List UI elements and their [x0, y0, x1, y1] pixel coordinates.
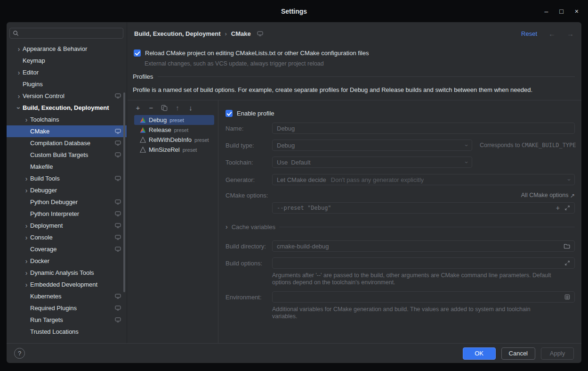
- reset-link[interactable]: Reset: [521, 30, 537, 37]
- expand-icon[interactable]: [564, 260, 570, 266]
- profile-list-item-release[interactable]: Release preset: [134, 125, 214, 135]
- build-directory-value: cmake-build-debug: [277, 243, 329, 250]
- expand-icon[interactable]: [564, 205, 570, 211]
- sidebar-item-toolchains[interactable]: ›Toolchains: [7, 114, 127, 125]
- sidebar-item-kubernetes[interactable]: Kubernetes: [7, 290, 127, 302]
- monitor-icon: [115, 223, 121, 228]
- section-divider: [158, 76, 575, 77]
- variables-list-icon[interactable]: [564, 294, 570, 300]
- monitor-icon: [115, 211, 121, 216]
- all-cmake-options-link[interactable]: All CMake options↗: [521, 192, 575, 199]
- add-profile-button[interactable]: +: [134, 104, 142, 112]
- sidebar-item-build-execution-deployment[interactable]: ›Build, Execution, Deployment: [7, 102, 127, 114]
- monitor-icon: [115, 199, 121, 205]
- enable-profile-checkbox[interactable]: [226, 110, 233, 117]
- profiles-description: Profile is a named set of build options.…: [133, 86, 532, 93]
- move-up-button[interactable]: ↑: [174, 104, 181, 112]
- sidebar-item-custom-build-targets[interactable]: Custom Build Targets: [7, 149, 127, 161]
- copy-profile-button[interactable]: [161, 104, 168, 112]
- build-directory-label: Build directory:: [226, 243, 272, 250]
- sidebar-item-label: Coverage: [30, 246, 56, 253]
- sidebar-item-run-targets[interactable]: Run Targets: [7, 314, 127, 326]
- toolchain-select[interactable]: Use Default ›: [272, 157, 472, 168]
- generator-row: Generator: Let CMake decide Don't pass a…: [226, 174, 575, 185]
- breadcrumb-segment[interactable]: Build, Execution, Deployment: [134, 30, 220, 37]
- apply-button[interactable]: Apply: [541, 347, 574, 360]
- sidebar-item-label: Docker: [30, 257, 49, 264]
- cancel-button[interactable]: Cancel: [501, 347, 535, 360]
- profile-list-item-debug[interactable]: Debug preset: [134, 115, 214, 125]
- sidebar-item-label: Build, Execution, Deployment: [23, 104, 109, 111]
- profiles-panel: + − ↑ ↓ Debug preset Release pres: [128, 100, 581, 343]
- monitor-icon: [115, 294, 121, 299]
- cmake-build-type-code: CMAKE_BUILD_TYPE: [522, 142, 576, 148]
- remove-profile-button[interactable]: −: [147, 104, 155, 112]
- monitor-icon: [115, 247, 121, 252]
- cmake-options-field[interactable]: --preset "Debug" +: [272, 202, 575, 214]
- sidebar-item-compilation-database[interactable]: Compilation Database: [7, 137, 127, 149]
- close-icon[interactable]: ×: [575, 8, 579, 15]
- profiles-title: Profiles: [133, 73, 153, 80]
- sidebar-item-python-interpreter[interactable]: Python Interpreter: [7, 208, 127, 220]
- section-divider: [279, 227, 575, 227]
- search-input[interactable]: [21, 30, 120, 37]
- cache-variables-section[interactable]: › Cache variables: [226, 223, 575, 231]
- cmake-options-label: CMake options:: [226, 192, 268, 199]
- sidebar-item-console[interactable]: ›Console: [7, 231, 127, 243]
- build-directory-field[interactable]: cmake-build-debug: [272, 240, 575, 252]
- environment-row: Environment:: [226, 291, 575, 303]
- chevron-right-icon: ›: [23, 234, 30, 241]
- settings-search-box[interactable]: [9, 28, 123, 39]
- profile-list-item-relwithdebinfo[interactable]: RelWithDebInfo preset: [134, 135, 214, 145]
- profile-form: Enable profile Name: Debug Build type: D…: [219, 100, 581, 343]
- sidebar-item-coverage[interactable]: Coverage: [7, 243, 127, 255]
- help-button[interactable]: ?: [14, 348, 25, 359]
- sidebar-item-python-debugger[interactable]: Python Debugger: [7, 196, 127, 208]
- sidebar-item-build-tools[interactable]: ›Build Tools: [7, 173, 127, 184]
- cmake-profile-icon-gray: [140, 147, 146, 153]
- minimize-icon[interactable]: –: [545, 8, 548, 15]
- dialog-footer: ? OK Cancel Apply: [7, 343, 581, 363]
- reload-cmake-checkbox[interactable]: [134, 49, 141, 57]
- back-icon[interactable]: ←: [548, 30, 556, 38]
- move-down-button[interactable]: ↓: [187, 104, 194, 112]
- build-options-field[interactable]: [272, 257, 575, 269]
- sidebar-item-debugger[interactable]: ›Debugger: [7, 184, 127, 196]
- breadcrumb: Build, Execution, Deployment › CMake: [134, 30, 263, 37]
- chevron-down-icon: ›: [466, 142, 467, 149]
- monitor-icon: [115, 176, 121, 181]
- window-controls: – □ ×: [545, 0, 579, 22]
- maximize-icon[interactable]: □: [559, 8, 563, 15]
- monitor-icon: [115, 140, 121, 146]
- name-field[interactable]: Debug: [272, 123, 575, 134]
- sidebar-item-dynamic-analysis-tools[interactable]: ›Dynamic Analysis Tools: [7, 267, 127, 279]
- sidebar-item-version-control[interactable]: ›Version Control: [7, 90, 127, 102]
- sidebar-item-trusted-locations[interactable]: Trusted Locations: [7, 326, 127, 338]
- sidebar-item-plugins[interactable]: Plugins: [7, 78, 127, 90]
- sidebar-item-required-plugins[interactable]: Required Plugins: [7, 302, 127, 314]
- sidebar-item-keymap[interactable]: Keymap: [7, 55, 127, 66]
- breadcrumb-segment[interactable]: CMake: [231, 30, 251, 37]
- sidebar-item-makefile[interactable]: Makefile: [7, 161, 127, 173]
- preset-tag: preset: [183, 147, 197, 153]
- folder-icon[interactable]: [564, 243, 570, 249]
- sidebar-item-deployment[interactable]: ›Deployment: [7, 220, 127, 231]
- sidebar-item-cmake[interactable]: CMake: [7, 125, 127, 137]
- environment-label: Environment:: [226, 294, 272, 301]
- environment-field[interactable]: [272, 291, 575, 303]
- ok-button[interactable]: OK: [463, 347, 496, 360]
- build-type-select[interactable]: Debug ›: [272, 140, 472, 151]
- generator-select[interactable]: Let CMake decide Don't pass any generato…: [272, 174, 575, 185]
- profile-list-item-minsizerel[interactable]: MinSizeRel preset: [134, 145, 214, 155]
- sidebar-item-appearance-behavior[interactable]: ›Appearance & Behavior: [7, 43, 127, 55]
- chevron-right-icon: ›: [23, 257, 30, 265]
- sidebar-item-embedded-development[interactable]: ›Embedded Development: [7, 279, 127, 290]
- sidebar-item-docker[interactable]: ›Docker: [7, 255, 127, 267]
- reload-cmake-hint: External changes, such as VCS update, al…: [145, 60, 324, 67]
- add-option-icon[interactable]: +: [556, 204, 560, 212]
- forward-icon[interactable]: →: [567, 30, 574, 38]
- sidebar-item-label: Build Tools: [30, 175, 60, 182]
- profile-name: Release: [149, 126, 171, 133]
- sidebar-item-editor[interactable]: ›Editor: [7, 66, 127, 78]
- sidebar-scrollbar[interactable]: [123, 92, 125, 292]
